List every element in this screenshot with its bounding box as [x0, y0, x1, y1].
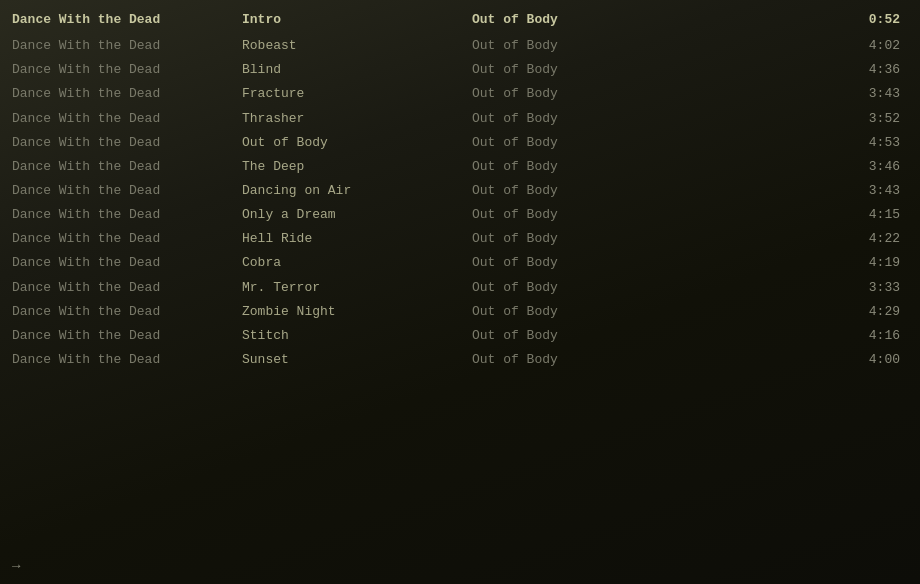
track-artist: Dance With the Dead: [12, 181, 242, 201]
track-title: Hell Ride: [242, 229, 472, 249]
track-title: Zombie Night: [242, 302, 472, 322]
table-row[interactable]: Dance With the DeadThrasherOut of Body3:…: [0, 107, 920, 131]
track-title: Dancing on Air: [242, 181, 472, 201]
table-row[interactable]: Dance With the DeadThe DeepOut of Body3:…: [0, 155, 920, 179]
header-artist: Dance With the Dead: [12, 10, 242, 30]
track-duration: 4:00: [702, 350, 908, 370]
track-album: Out of Body: [472, 60, 702, 80]
track-title: Cobra: [242, 253, 472, 273]
table-row[interactable]: Dance With the DeadHell RideOut of Body4…: [0, 227, 920, 251]
track-duration: 4:36: [702, 60, 908, 80]
track-artist: Dance With the Dead: [12, 326, 242, 346]
header-album: Out of Body: [472, 10, 702, 30]
table-row[interactable]: Dance With the DeadZombie NightOut of Bo…: [0, 300, 920, 324]
track-album: Out of Body: [472, 229, 702, 249]
table-row[interactable]: Dance With the DeadRobeastOut of Body4:0…: [0, 34, 920, 58]
track-title: Robeast: [242, 36, 472, 56]
track-artist: Dance With the Dead: [12, 278, 242, 298]
track-album: Out of Body: [472, 350, 702, 370]
track-duration: 3:43: [702, 181, 908, 201]
track-artist: Dance With the Dead: [12, 84, 242, 104]
track-album: Out of Body: [472, 326, 702, 346]
track-artist: Dance With the Dead: [12, 36, 242, 56]
track-artist: Dance With the Dead: [12, 133, 242, 153]
track-album: Out of Body: [472, 205, 702, 225]
track-artist: Dance With the Dead: [12, 157, 242, 177]
track-title: Blind: [242, 60, 472, 80]
track-duration: 3:52: [702, 109, 908, 129]
track-artist: Dance With the Dead: [12, 109, 242, 129]
track-duration: 4:53: [702, 133, 908, 153]
track-artist: Dance With the Dead: [12, 302, 242, 322]
track-duration: 4:15: [702, 205, 908, 225]
track-title: Only a Dream: [242, 205, 472, 225]
table-row[interactable]: Dance With the DeadStitchOut of Body4:16: [0, 324, 920, 348]
track-duration: 4:29: [702, 302, 908, 322]
track-album: Out of Body: [472, 36, 702, 56]
track-title: Out of Body: [242, 133, 472, 153]
header-duration: 0:52: [702, 10, 908, 30]
track-album: Out of Body: [472, 133, 702, 153]
track-duration: 3:33: [702, 278, 908, 298]
track-title: The Deep: [242, 157, 472, 177]
track-album: Out of Body: [472, 109, 702, 129]
track-album: Out of Body: [472, 302, 702, 322]
header-title: Intro: [242, 10, 472, 30]
track-duration: 4:19: [702, 253, 908, 273]
track-duration: 3:46: [702, 157, 908, 177]
track-artist: Dance With the Dead: [12, 205, 242, 225]
track-album: Out of Body: [472, 253, 702, 273]
table-row[interactable]: Dance With the DeadOnly a DreamOut of Bo…: [0, 203, 920, 227]
track-artist: Dance With the Dead: [12, 350, 242, 370]
track-duration: 4:22: [702, 229, 908, 249]
track-artist: Dance With the Dead: [12, 253, 242, 273]
track-duration: 4:02: [702, 36, 908, 56]
table-row[interactable]: Dance With the DeadMr. TerrorOut of Body…: [0, 276, 920, 300]
track-album: Out of Body: [472, 84, 702, 104]
table-row[interactable]: Dance With the DeadDancing on AirOut of …: [0, 179, 920, 203]
track-artist: Dance With the Dead: [12, 60, 242, 80]
track-list: Dance With the Dead Intro Out of Body 0:…: [0, 0, 920, 380]
table-row[interactable]: Dance With the DeadCobraOut of Body4:19: [0, 251, 920, 275]
bottom-arrow: →: [12, 558, 20, 574]
track-title: Thrasher: [242, 109, 472, 129]
track-title: Stitch: [242, 326, 472, 346]
table-row[interactable]: Dance With the DeadSunsetOut of Body4:00: [0, 348, 920, 372]
track-artist: Dance With the Dead: [12, 229, 242, 249]
track-list-header: Dance With the Dead Intro Out of Body 0:…: [0, 8, 920, 34]
track-title: Sunset: [242, 350, 472, 370]
track-title: Mr. Terror: [242, 278, 472, 298]
track-album: Out of Body: [472, 157, 702, 177]
track-duration: 3:43: [702, 84, 908, 104]
table-row[interactable]: Dance With the DeadBlindOut of Body4:36: [0, 58, 920, 82]
track-album: Out of Body: [472, 181, 702, 201]
table-row[interactable]: Dance With the DeadFractureOut of Body3:…: [0, 82, 920, 106]
track-title: Fracture: [242, 84, 472, 104]
track-duration: 4:16: [702, 326, 908, 346]
track-album: Out of Body: [472, 278, 702, 298]
table-row[interactable]: Dance With the DeadOut of BodyOut of Bod…: [0, 131, 920, 155]
